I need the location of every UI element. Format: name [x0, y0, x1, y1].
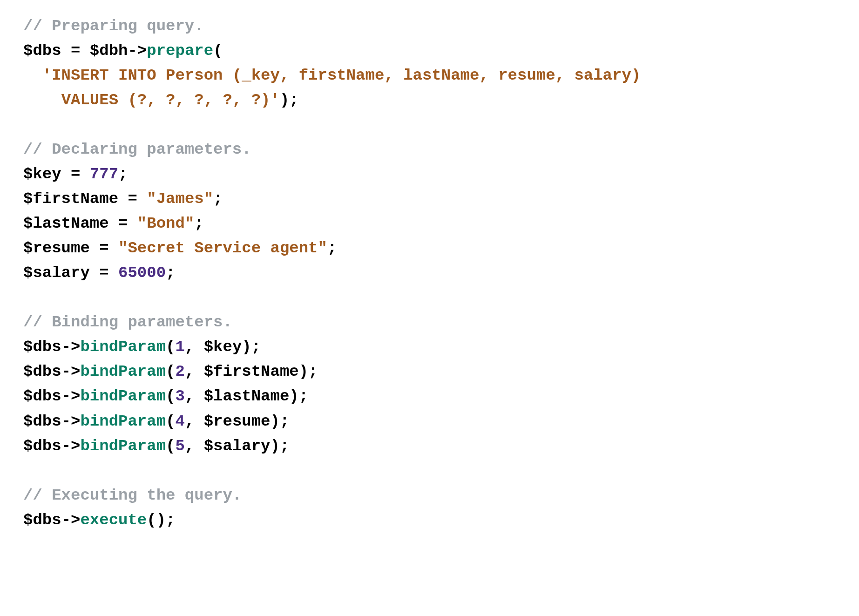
- punct-eq: =: [90, 239, 118, 257]
- var-salary: $salary: [204, 437, 271, 455]
- num-3: 3: [175, 387, 184, 405]
- punct-closesemi: );: [299, 363, 318, 380]
- punct-closesemi: );: [156, 511, 176, 529]
- punct-open: (: [166, 437, 175, 455]
- punct-semi: ;: [118, 165, 128, 183]
- method-bindparam: bindParam: [80, 437, 166, 455]
- punct-closesemi: );: [289, 387, 308, 405]
- punct-eq: =: [118, 190, 147, 208]
- num-65000: 65000: [118, 264, 166, 282]
- method-bindparam: bindParam: [80, 363, 166, 380]
- punct-arrow: ->: [61, 387, 81, 405]
- punct-closesemi: );: [280, 91, 299, 109]
- punct-arrow: ->: [61, 511, 81, 529]
- num-1: 1: [175, 338, 184, 356]
- var-resume: $resume: [204, 413, 271, 430]
- method-bindparam: bindParam: [80, 338, 166, 356]
- var-firstname: $firstName: [204, 363, 299, 380]
- method-prepare: prepare: [147, 42, 213, 60]
- punct-semi: ;: [327, 239, 337, 257]
- var-key: $key: [204, 338, 242, 356]
- punct-closesemi: );: [271, 437, 290, 455]
- var-key: $key: [23, 165, 61, 183]
- punct-open: (: [166, 387, 175, 405]
- var-lastname: $lastName: [204, 387, 290, 405]
- punct-eq: =: [90, 264, 118, 282]
- punct-open: (: [213, 42, 223, 60]
- comment-bind: // Binding parameters.: [23, 313, 232, 331]
- var-dbs: $dbs: [23, 511, 61, 529]
- num-2: 2: [175, 363, 184, 380]
- var-dbs: $dbs: [23, 387, 61, 405]
- punct-comma: ,: [185, 338, 204, 356]
- comment-exec: // Executing the query.: [23, 487, 242, 504]
- punct-open: (: [166, 338, 175, 356]
- punct-comma: ,: [185, 437, 204, 455]
- str-bond: "Bond": [137, 215, 194, 232]
- var-dbs: $dbs: [23, 437, 61, 455]
- comment-declare: // Declaring parameters.: [23, 141, 251, 158]
- str-agent: "Secret Service agent": [118, 239, 327, 257]
- punct-semi: ;: [166, 264, 175, 282]
- str-james: "James": [147, 190, 213, 208]
- code-block: // Preparing query. $dbs = $dbh->prepare…: [0, 0, 859, 547]
- var-firstname: $firstName: [23, 190, 118, 208]
- var-lastname: $lastName: [23, 215, 109, 232]
- num-4: 4: [175, 413, 184, 430]
- punct-open: (: [147, 511, 156, 529]
- punct-comma: ,: [185, 387, 204, 405]
- var-salary: $salary: [23, 264, 90, 282]
- sql-string-line2: VALUES (?, ?, ?, ?, ?)': [61, 91, 280, 109]
- punct-arrow: ->: [61, 413, 81, 430]
- punct-arrow: ->: [128, 42, 147, 60]
- method-execute: execute: [80, 511, 147, 529]
- punct-semi: ;: [213, 190, 223, 208]
- punct-comma: ,: [185, 363, 204, 380]
- var-resume: $resume: [23, 239, 90, 257]
- punct-arrow: ->: [61, 363, 81, 380]
- punct-comma: ,: [185, 413, 204, 430]
- punct-open: (: [166, 363, 175, 380]
- var-dbs: $dbs: [23, 338, 61, 356]
- var-dbs: $dbs: [23, 413, 61, 430]
- method-bindparam: bindParam: [80, 387, 166, 405]
- punct-eq: =: [61, 165, 90, 183]
- num-777: 777: [90, 165, 118, 183]
- sql-string-line1: 'INSERT INTO Person (_key, firstName, la…: [42, 67, 641, 84]
- punct-eq: =: [109, 215, 137, 232]
- punct-arrow: ->: [61, 338, 81, 356]
- num-5: 5: [175, 437, 184, 455]
- punct-open: (: [166, 413, 175, 430]
- punct-semi: ;: [194, 215, 203, 232]
- method-bindparam: bindParam: [80, 413, 166, 430]
- var-dbh: $dbh: [90, 42, 128, 60]
- var-dbs: $dbs: [23, 42, 61, 60]
- var-dbs: $dbs: [23, 363, 61, 380]
- punct-closesemi: );: [271, 413, 290, 430]
- punct-closesemi: );: [242, 338, 261, 356]
- comment-prepare: // Preparing query.: [23, 17, 204, 35]
- punct-eq: =: [61, 42, 90, 60]
- punct-arrow: ->: [61, 437, 81, 455]
